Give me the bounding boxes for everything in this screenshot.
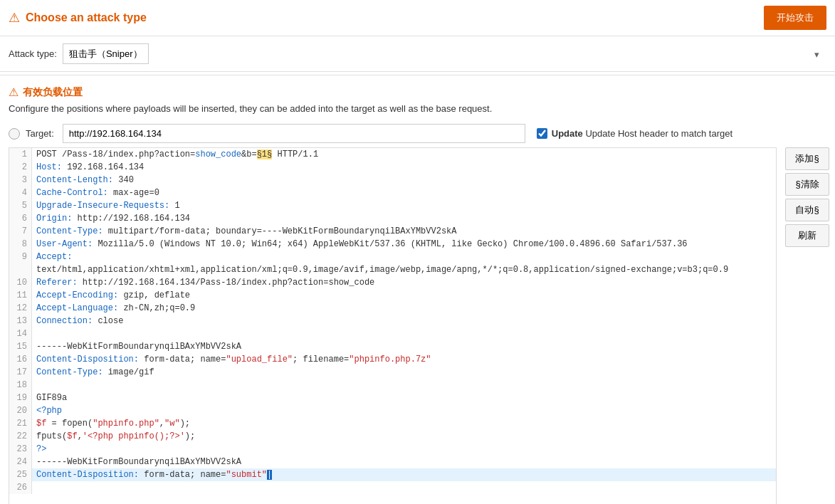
update-host-checkbox[interactable]	[537, 128, 547, 139]
table-row: 25Content-Disposition: form-data; name="…	[9, 468, 776, 481]
table-row: 2Host: 192.168.164.134	[9, 161, 776, 174]
payload-section-header: ⚠ 有效负载位置	[0, 78, 835, 102]
line-number: 17	[9, 366, 32, 379]
line-number: 4	[9, 187, 32, 199]
payload-section-desc: Configure the positions where payloads w…	[0, 102, 835, 120]
attack-type-label: Attack type:	[9, 48, 57, 59]
table-row: 19GIF89a	[9, 392, 776, 404]
page-title: Choose an attack type	[26, 11, 764, 24]
clear-section-button[interactable]: §清除	[785, 173, 829, 196]
main-area: 1POST /Pass-18/index.php?action=show_cod…	[0, 147, 835, 504]
start-attack-button[interactable]: 开始攻击	[764, 6, 826, 30]
line-content: Accept-Encoding: gzip, deflate	[32, 289, 194, 302]
table-row: 6Origin: http://192.168.164.134	[9, 212, 776, 225]
line-content	[32, 327, 41, 340]
line-number: 19	[9, 392, 32, 404]
attack-type-select[interactable]: 狙击手（Sniper）	[63, 43, 149, 64]
table-row: 3Content-Length: 340	[9, 174, 776, 187]
table-row: 16Content-Disposition: form-data; name="…	[9, 353, 776, 366]
table-row: 11Accept-Encoding: gzip, deflate	[9, 289, 776, 302]
table-row: 20<?php	[9, 404, 776, 417]
table-row: 7Content-Type: multipart/form-data; boun…	[9, 225, 776, 238]
auto-section-button[interactable]: 自动§	[785, 199, 829, 221]
line-number: 11	[9, 289, 32, 302]
line-content: Content-Type: multipart/form-data; bound…	[32, 225, 461, 238]
side-buttons-panel: 添加§ §清除 自动§ 刷新	[785, 147, 835, 504]
table-row: 18	[9, 379, 776, 392]
line-number: 13	[9, 315, 32, 327]
line-number: 3	[9, 174, 32, 187]
line-content	[32, 481, 41, 494]
line-number: 20	[9, 404, 32, 417]
table-row: 9Accept:	[9, 251, 776, 263]
table-row: 24------WebKitFormBoundarynqilBAxYMbVV2s…	[9, 456, 776, 468]
line-number: 9	[9, 251, 32, 263]
target-input[interactable]	[63, 124, 525, 143]
line-content: Accept:	[32, 251, 76, 263]
line-number: 2	[9, 161, 32, 174]
divider-1	[0, 75, 835, 75]
attack-type-select-wrapper: 狙击手（Sniper）	[63, 43, 826, 64]
line-content: ------WebKitFormBoundarynqilBAxYMbVV2skA	[32, 340, 246, 353]
table-row: text/html,application/xhtml+xml,applicat…	[9, 263, 776, 276]
table-row: 15------WebKitFormBoundarynqilBAxYMbVV2s…	[9, 340, 776, 353]
line-content: Content-Type: image/gif	[32, 366, 159, 379]
line-content: Content-Length: 340	[32, 174, 138, 187]
update-host-label: Update Update Host header to match targe…	[537, 128, 732, 139]
line-number: 22	[9, 430, 32, 443]
line-content: $f = fopen("phpinfo.php","w");	[32, 417, 194, 430]
line-number: 18	[9, 379, 32, 392]
table-row: 17Content-Type: image/gif	[9, 366, 776, 379]
refresh-button[interactable]: 刷新	[785, 224, 829, 247]
line-content: text/html,application/xhtml+xml,applicat…	[32, 263, 732, 276]
line-content: Content-Disposition: form-data; name="up…	[32, 353, 436, 366]
line-number: 8	[9, 238, 32, 251]
table-row: 1POST /Pass-18/index.php?action=show_cod…	[9, 148, 776, 161]
code-editor[interactable]: 1POST /Pass-18/index.php?action=show_cod…	[9, 147, 777, 504]
header: ⚠ Choose an attack type 开始攻击	[0, 0, 835, 36]
line-content: fputs($f,'<?php phpinfo();?>');	[32, 430, 199, 443]
line-number: 15	[9, 340, 32, 353]
table-row: 4Cache-Control: max-age=0	[9, 187, 776, 199]
table-row: 23?>	[9, 443, 776, 456]
line-content: GIF89a	[32, 392, 71, 404]
target-label: Target:	[26, 128, 54, 139]
line-content: Connection: close	[32, 315, 127, 327]
line-number: 16	[9, 353, 32, 366]
line-number: 7	[9, 225, 32, 238]
line-number: 25	[9, 468, 32, 481]
line-number: 10	[9, 276, 32, 289]
line-content: <?php	[32, 404, 66, 417]
line-content: Origin: http://192.168.164.134	[32, 212, 194, 225]
table-row: 21$f = fopen("phpinfo.php","w");	[9, 417, 776, 430]
line-content: User-Agent: Mozilla/5.0 (Windows NT 10.0…	[32, 238, 692, 251]
table-row: 14	[9, 327, 776, 340]
table-row: 12Accept-Language: zh-CN,zh;q=0.9	[9, 302, 776, 315]
line-number	[9, 263, 32, 276]
table-row: 8User-Agent: Mozilla/5.0 (Windows NT 10.…	[9, 238, 776, 251]
line-number: 24	[9, 456, 32, 468]
warning-icon: ⚠	[9, 10, 20, 26]
line-content	[32, 379, 41, 392]
line-number: 12	[9, 302, 32, 315]
table-row: 22fputs($f,'<?php phpinfo();?>');	[9, 430, 776, 443]
line-number: 6	[9, 212, 32, 225]
line-content: ?>	[32, 443, 51, 456]
line-number: 26	[9, 481, 32, 494]
table-row: 26	[9, 481, 776, 494]
line-number: 23	[9, 443, 32, 456]
line-content: ------WebKitFormBoundarynqilBAxYMbVV2skA	[32, 456, 246, 468]
line-content: Upgrade-Insecure-Requests: 1	[32, 199, 184, 212]
table-row: 13Connection: close	[9, 315, 776, 327]
target-row: Target: Update Update Host header to mat…	[0, 120, 835, 147]
payload-icon: ⚠	[9, 85, 19, 99]
line-number: 14	[9, 327, 32, 340]
table-row: 5Upgrade-Insecure-Requests: 1	[9, 199, 776, 212]
line-content: POST /Pass-18/index.php?action=show_code…	[32, 148, 322, 161]
attack-type-row: Attack type: 狙击手（Sniper）	[0, 36, 835, 72]
line-number: 5	[9, 199, 32, 212]
target-dot-icon	[9, 128, 20, 140]
add-section-button[interactable]: 添加§	[785, 147, 829, 170]
line-content: Referer: http://192.168.164.134/Pass-18/…	[32, 276, 379, 289]
line-content: Accept-Language: zh-CN,zh;q=0.9	[32, 302, 199, 315]
